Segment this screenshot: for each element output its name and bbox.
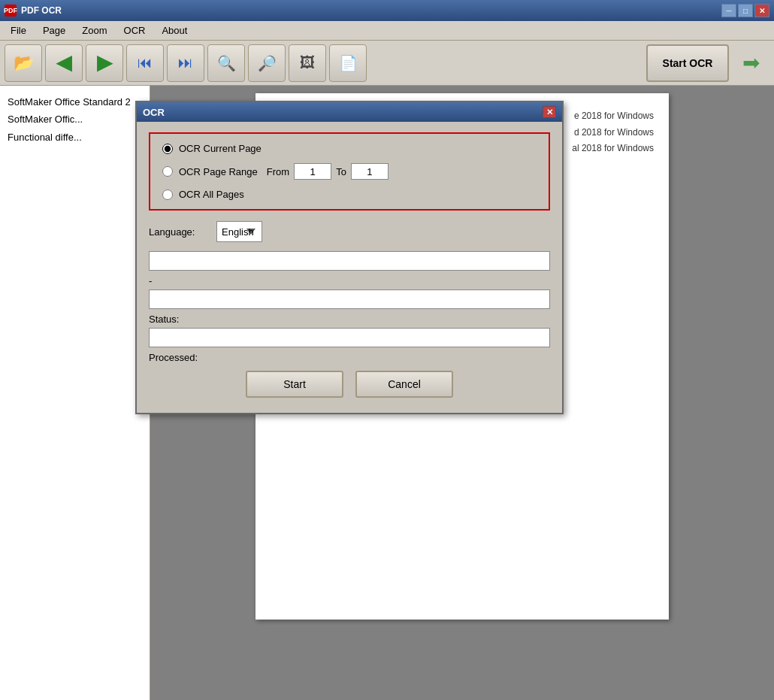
app-title: PDF OCR (21, 5, 62, 16)
menu-file[interactable]: File (3, 23, 34, 38)
radio-page-range[interactable] (162, 166, 173, 177)
processed-label: Processed: (149, 352, 550, 363)
app-icon-text: PDF (4, 7, 17, 14)
radio-all-pages-label: OCR All Pages (179, 189, 244, 200)
cancel-button[interactable]: Cancel (355, 371, 453, 398)
image-icon: 🖼 (300, 54, 315, 71)
last-page-icon: ⏭ (178, 54, 193, 71)
status-input[interactable] (149, 328, 550, 347)
open-button[interactable]: 📂 (5, 44, 42, 82)
radio-all-pages-row: OCR All Pages (162, 189, 537, 200)
zoom-out-icon: 🔎 (258, 54, 277, 72)
toolbar: 📂 ◀ ▶ ⏮ ⏭ 🔍 🔎 🖼 📄 Start OCR ➡ (0, 41, 774, 86)
radio-all-pages[interactable] (162, 189, 173, 200)
language-row: Language: English French German Spanish … (149, 221, 550, 242)
text-input-2[interactable] (149, 289, 550, 309)
dialog-close-button[interactable]: ✕ (543, 106, 556, 118)
radio-page-range-row: OCR Page Range From To (162, 163, 537, 180)
to-input[interactable] (351, 163, 389, 180)
page-view-button[interactable]: 📄 (329, 44, 367, 82)
menu-ocr[interactable]: OCR (116, 23, 153, 38)
close-button[interactable]: ✕ (754, 4, 769, 17)
dialog-title: OCR (143, 107, 165, 118)
first-page-button[interactable]: ⏮ (126, 44, 164, 82)
ocr-dialog: OCR ✕ OCR Current Page OCR Page Range (135, 101, 564, 414)
minimize-button[interactable]: ─ (721, 4, 736, 17)
radio-current-page[interactable] (162, 144, 173, 154)
input2-row (149, 289, 550, 309)
first-page-icon: ⏮ (138, 54, 153, 71)
app-icon: PDF (5, 5, 17, 17)
menu-zoom[interactable]: Zoom (74, 23, 114, 38)
dialog-overlay: OCR ✕ OCR Current Page OCR Page Range (0, 86, 774, 700)
zoom-in-icon: 🔍 (217, 54, 236, 72)
status-label: Status: (149, 314, 550, 325)
start-button-label: Start (283, 378, 306, 390)
title-bar: PDF PDF OCR ─ □ ✕ (0, 0, 774, 21)
dialog-title-bar: OCR ✕ (137, 102, 562, 122)
window-controls: ─ □ ✕ (721, 4, 769, 17)
language-select[interactable]: English French German Spanish Italian (216, 221, 262, 242)
next-arrow-button[interactable]: ➡ (732, 44, 769, 82)
forward-button[interactable]: ▶ (86, 44, 123, 82)
zoom-in-button[interactable]: 🔍 (207, 44, 245, 82)
zoom-out-button[interactable]: 🔎 (248, 44, 286, 82)
forward-icon: ▶ (97, 51, 112, 74)
start-ocr-label: Start OCR (663, 57, 713, 69)
language-select-wrapper: English French German Spanish Italian (216, 221, 550, 242)
start-ocr-button[interactable]: Start OCR (646, 44, 729, 82)
last-page-button[interactable]: ⏭ (167, 44, 204, 82)
dialog-buttons: Start Cancel (149, 371, 550, 402)
radio-current-page-row: OCR Current Page (162, 143, 537, 154)
radio-page-range-label: OCR Page Range (179, 166, 258, 177)
start-button[interactable]: Start (246, 371, 343, 398)
cancel-button-label: Cancel (388, 378, 421, 390)
image-button[interactable]: 🖼 (289, 44, 326, 82)
from-input[interactable] (294, 163, 331, 180)
menu-page[interactable]: Page (35, 23, 73, 38)
text-input-1[interactable] (149, 251, 550, 271)
page-range-inputs: From To (267, 163, 389, 180)
radio-current-page-label: OCR Current Page (179, 143, 262, 154)
main-area: SoftMaker Office Standard 2 SoftMaker Of… (0, 86, 774, 700)
dash-label: - (149, 275, 550, 286)
back-icon: ◀ (56, 51, 71, 74)
ocr-options-box: OCR Current Page OCR Page Range From To (149, 132, 550, 211)
next-arrow-icon: ➡ (742, 50, 760, 75)
menu-about[interactable]: About (154, 23, 195, 38)
status-input-row (149, 328, 550, 347)
input1-row (149, 251, 550, 271)
maximize-button[interactable]: □ (738, 4, 753, 17)
language-label: Language: (149, 226, 209, 238)
back-button[interactable]: ◀ (45, 44, 83, 82)
from-label: From (267, 166, 289, 177)
dialog-body: OCR Current Page OCR Page Range From To (137, 122, 562, 413)
folder-icon: 📂 (14, 53, 34, 73)
menu-bar: File Page Zoom OCR About (0, 21, 774, 41)
to-label: To (336, 166, 346, 177)
page-view-icon: 📄 (339, 54, 358, 72)
